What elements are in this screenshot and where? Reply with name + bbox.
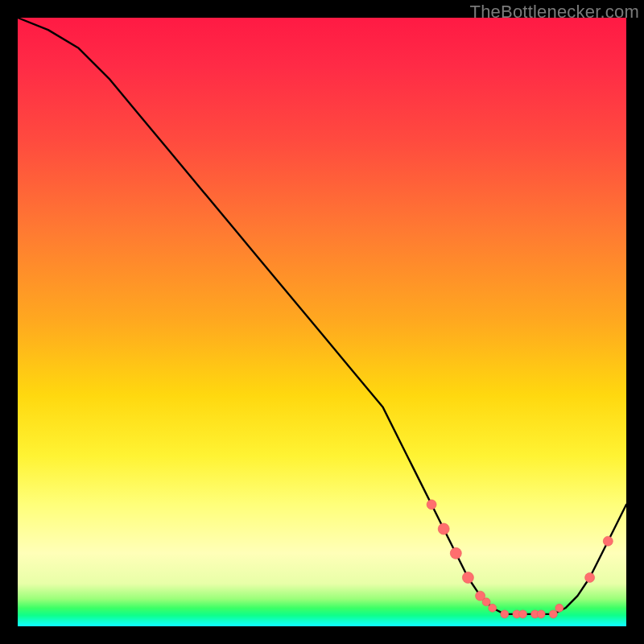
data-marker: [501, 610, 509, 618]
data-marker: [549, 610, 557, 618]
chart-svg: [18, 18, 626, 626]
data-marker: [537, 610, 545, 618]
watermark-text: TheBottlenecker.com: [470, 2, 639, 23]
data-marker: [438, 523, 449, 535]
chart-frame: TheBottlenecker.com: [0, 0, 644, 644]
data-marker: [603, 536, 613, 546]
data-marker: [450, 547, 461, 559]
data-marker: [489, 604, 497, 612]
data-marker: [519, 610, 527, 618]
curve-line: [18, 18, 626, 614]
data-marker: [585, 573, 595, 583]
data-marker: [462, 572, 473, 584]
data-marker: [482, 598, 490, 606]
data-marker: [427, 500, 436, 510]
data-marker: [555, 604, 564, 612]
plot-area: [18, 18, 626, 626]
curve-markers: [427, 500, 613, 618]
